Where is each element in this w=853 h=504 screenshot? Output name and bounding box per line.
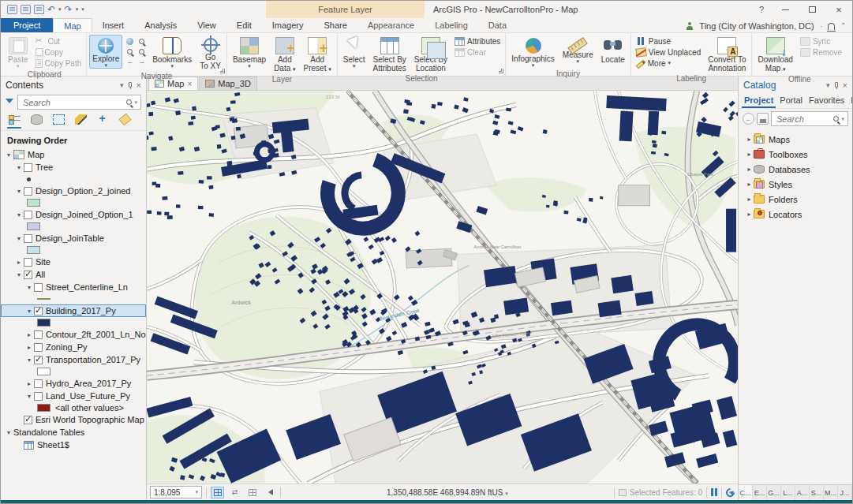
layer-row[interactable]: Sheet1$ — [1, 439, 146, 451]
layer-label[interactable]: Street_Centerline_Ln — [46, 282, 128, 292]
cut-button[interactable]: Cut — [33, 35, 84, 47]
layer-label[interactable]: Standalone Tables — [13, 427, 84, 437]
layer-row[interactable]: ▾Land_Use_Future_Py — [1, 390, 146, 402]
layer-visibility-checkbox[interactable] — [24, 271, 32, 279]
catalog-item-maps[interactable]: ▸Maps — [739, 132, 852, 147]
layer-visibility-checkbox[interactable] — [24, 258, 32, 267]
layer-symbol-swatch[interactable] — [27, 222, 40, 230]
layer-symbol-row[interactable]: <all other values> — [1, 402, 146, 413]
collapse-ribbon-icon[interactable]: ⌃ — [840, 22, 846, 29]
docked-pane-tab[interactable]: S... — [810, 485, 824, 500]
layer-label[interactable]: Design_Joined_Option_1 — [36, 210, 133, 219]
expander-icon[interactable]: ▾ — [14, 188, 24, 195]
redo-button[interactable]: ↷ — [65, 5, 73, 14]
catalog-back-button[interactable]: ← — [743, 113, 754, 125]
layer-row[interactable]: ▾Design_JoinTable — [1, 232, 146, 245]
catalog-search-icon[interactable] — [833, 116, 839, 121]
layer-visibility-checkbox[interactable] — [34, 356, 43, 364]
filter-icon[interactable] — [6, 99, 14, 106]
layer-label[interactable]: Map — [28, 150, 44, 159]
view-unplaced-button[interactable]: View Unplaced — [634, 47, 704, 58]
qat-customize-icon[interactable]: ▾ — [81, 6, 84, 13]
catalog-item-folders[interactable]: ▸Folders — [739, 192, 852, 207]
expander-icon[interactable]: ▾ — [24, 308, 34, 315]
layer-label[interactable]: Zoning_Py — [46, 342, 88, 352]
docked-pane-tab[interactable]: A... — [795, 485, 810, 500]
layer-row[interactable]: ▸Contour_2ft_2001_Ln_North — [1, 328, 146, 341]
basemap-button[interactable]: Basemap▾ — [230, 35, 269, 69]
locate-button[interactable]: Locate — [598, 35, 628, 65]
close-button[interactable]: × — [825, 1, 852, 18]
layer-row[interactable]: ▸Zoning_Py — [1, 341, 146, 353]
layer-visibility-checkbox[interactable] — [34, 379, 43, 388]
paste-button[interactable]: Paste▾ — [5, 35, 32, 69]
contents-tab-label[interactable] — [118, 114, 132, 129]
expander-icon[interactable]: ▾ — [14, 271, 24, 278]
layer-visibility-checkbox[interactable] — [34, 330, 43, 339]
docked-pane-tab[interactable]: L... — [781, 485, 795, 500]
catalog-item-styles[interactable]: ▸Styles — [739, 177, 852, 192]
layer-label[interactable]: Land_Use_Future_Py — [46, 391, 130, 401]
expander-icon[interactable]: ▸ — [24, 331, 34, 338]
expander-icon[interactable]: ▸ — [745, 181, 754, 188]
navigate-dialog-launcher-icon[interactable] — [220, 69, 225, 73]
next-extent-button[interactable]: → — [137, 57, 147, 66]
expander-icon[interactable]: ▾ — [4, 429, 13, 436]
layer-symbol-row[interactable] — [1, 197, 146, 208]
copy-button[interactable]: Copy — [33, 47, 84, 58]
docked-pane-tab[interactable]: G... — [767, 485, 781, 500]
layer-row[interactable]: ▾All — [1, 268, 146, 281]
layer-row[interactable]: ▾Design_Option_2_joined — [1, 185, 146, 197]
select-by-attributes-button[interactable]: Select ByAttributes — [370, 35, 410, 73]
expander-icon[interactable]: ▸ — [24, 380, 34, 387]
catalog-item-toolboxes[interactable]: ▸Toolboxes — [739, 147, 852, 162]
new-project-icon[interactable] — [34, 5, 44, 14]
layer-label[interactable]: Contour_2ft_2001_Ln_North — [46, 330, 146, 339]
layer-symbol-row[interactable] — [1, 221, 146, 232]
layer-visibility-checkbox[interactable] — [24, 234, 32, 243]
layer-visibility-checkbox[interactable] — [24, 416, 32, 424]
pause-drawing-button[interactable] — [711, 488, 717, 496]
catalog-tab-favorites[interactable]: Favorites — [806, 94, 847, 108]
open-project-icon[interactable] — [21, 5, 31, 14]
layer-label[interactable]: Hydro_Area_2017_Py — [46, 379, 131, 388]
catalog-tab-project[interactable]: Project — [742, 94, 776, 108]
audio-button[interactable] — [263, 487, 276, 498]
layer-label[interactable]: Sheet1$ — [37, 440, 69, 450]
expander-icon[interactable]: ▾ — [14, 164, 24, 171]
contents-search-input[interactable] — [21, 97, 126, 108]
undo-dropdown-icon[interactable]: ▾ — [58, 6, 62, 13]
layer-label[interactable]: All — [36, 270, 45, 279]
explore-button[interactable]: Explore▾ — [89, 35, 122, 69]
layer-row[interactable]: Esri World Topographic Map — [1, 413, 146, 426]
pause-labeling-button[interactable]: Pause — [634, 35, 704, 47]
add-data-button[interactable]: AddData ▾ — [271, 35, 298, 74]
layer-symbol-row[interactable] — [1, 174, 146, 185]
expander-icon[interactable]: ▸ — [745, 151, 754, 158]
ribbon-tab-appearance[interactable]: Appearance — [357, 18, 425, 32]
notifications-icon[interactable] — [828, 23, 835, 30]
fixed-zoom-in-button[interactable] — [137, 36, 147, 46]
ribbon-tab-insert[interactable]: Insert — [92, 18, 135, 32]
layer-visibility-checkbox[interactable] — [34, 392, 43, 401]
ribbon-tab-analysis[interactable]: Analysis — [134, 18, 187, 32]
catalog-pin-icon[interactable] — [835, 82, 838, 88]
catalog-item-locators[interactable]: ▸Locators — [739, 207, 852, 222]
ribbon-tab-data[interactable]: Data — [478, 18, 517, 32]
layer-label[interactable]: Site — [36, 257, 51, 267]
docked-pane-tab[interactable]: M... — [824, 485, 838, 500]
layer-row[interactable]: ▸Hydro_Area_2017_Py — [1, 377, 146, 390]
layer-visibility-checkbox[interactable] — [34, 307, 43, 315]
expander-icon[interactable]: ▾ — [24, 393, 34, 400]
go-to-xy-button[interactable]: GoTo XY — [196, 35, 224, 71]
ribbon-tab-edit[interactable]: Edit — [226, 18, 262, 32]
catalog-search-dropdown-icon[interactable]: ▾ — [841, 116, 844, 122]
maximize-button[interactable] — [799, 1, 825, 18]
layer-visibility-checkbox[interactable] — [24, 211, 32, 219]
layer-row[interactable]: ▾Map — [1, 148, 146, 161]
full-extent-button[interactable] — [125, 36, 135, 46]
layer-visibility-checkbox[interactable] — [24, 187, 32, 196]
ribbon-tab-map[interactable]: Map — [53, 18, 92, 32]
expander-icon[interactable]: ▸ — [745, 166, 754, 173]
expander-icon[interactable]: ▾ — [24, 357, 34, 364]
